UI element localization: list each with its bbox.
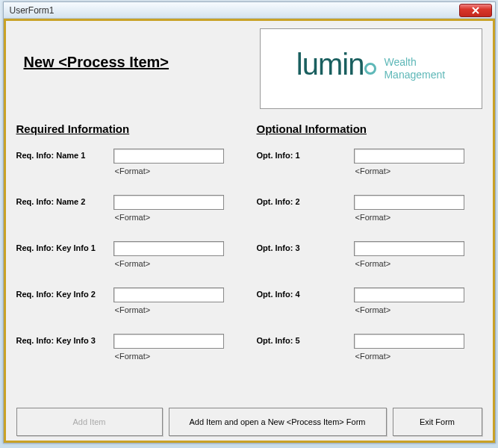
opt-input-3[interactable] [354,241,464,256]
req-input-4[interactable] [113,287,224,302]
logo-word: lumin [296,48,364,81]
req-input-wrap-5: <Format> [113,334,242,361]
opt-label-3: Opt. Info: 3 [257,241,354,252]
req-label-5: Req. Info: Key Info 3 [16,334,113,345]
opt-input-wrap-1: <Format> [354,149,482,175]
opt-input-wrap-4: <Format> [354,287,482,314]
req-label-3: Req. Info: Key Info 1 [16,241,113,252]
button-row: Add Item Add Item and open a New <Proces… [16,408,482,436]
req-input-wrap-2: <Format> [113,195,242,222]
opt-hint-1: <Format> [354,167,482,175]
titlebar[interactable]: UserForm1 [4,2,495,19]
opt-field-row-3: Opt. Info: 3 <Format> [257,241,482,283]
req-label-2: Req. Info: Name 2 [16,195,113,206]
req-hint-4: <Format> [113,305,242,314]
add-item-new-form-button[interactable]: Add Item and open a New <Process Item> F… [169,408,387,436]
opt-hint-5: <Format> [354,352,482,361]
logo-dot-icon [364,63,376,75]
opt-hint-4: <Format> [354,305,482,314]
columns: Required Information Req. Info: Name 1 <… [16,122,482,380]
opt-field-row-2: Opt. Info: 2 <Format> [257,195,482,237]
opt-hint-2: <Format> [354,213,482,222]
req-input-wrap-1: <Format> [113,149,242,175]
add-item-button[interactable]: Add Item [16,408,163,436]
req-input-2[interactable] [113,195,224,210]
opt-input-2[interactable] [354,195,464,210]
req-field-row-1: Req. Info: Name 1 <Format> [16,149,242,190]
opt-label-4: Opt. Info: 4 [257,287,354,299]
opt-input-wrap-2: <Format> [354,195,482,222]
req-field-row-5: Req. Info: Key Info 3 <Format> [16,334,242,376]
required-section-title: Required Information [16,122,242,135]
opt-input-wrap-3: <Format> [354,241,482,268]
close-button[interactable] [459,4,492,17]
close-icon [472,7,479,14]
window-title: UserForm1 [10,5,55,16]
exit-form-button[interactable]: Exit Form [393,408,482,436]
req-field-row-3: Req. Info: Key Info 1 <Format> [16,241,242,283]
req-label-4: Req. Info: Key Info 2 [16,287,113,299]
req-input-wrap-4: <Format> [113,287,242,314]
logo-tagline-1: Wealth [384,56,445,69]
logo-mark: lumin [296,48,377,90]
opt-label-1: Opt. Info: 1 [257,149,354,160]
opt-label-5: Opt. Info: 5 [257,334,354,345]
req-hint-3: <Format> [113,259,242,268]
optional-section-title: Optional Information [257,122,482,135]
logo-box: lumin Wealth Management [260,28,482,109]
logo-tagline: Wealth Management [384,56,445,81]
req-label-1: Req. Info: Name 1 [16,149,113,160]
opt-field-row-1: Opt. Info: 1 <Format> [257,149,482,190]
opt-input-4[interactable] [354,287,464,302]
logo-tagline-2: Management [384,69,445,81]
req-hint-2: <Format> [113,213,242,222]
req-input-3[interactable] [113,241,224,256]
opt-hint-3: <Format> [354,259,482,268]
opt-input-5[interactable] [354,334,464,349]
opt-label-2: Opt. Info: 2 [257,195,354,206]
opt-input-wrap-5: <Format> [354,334,482,361]
window-frame: UserForm1 New <Process Item> lumin Wealt… [3,1,496,444]
page-title: New <Process Item> [24,54,169,71]
optional-column: Optional Information Opt. Info: 1 <Forma… [257,122,482,380]
req-field-row-4: Req. Info: Key Info 2 <Format> [16,287,242,329]
required-column: Required Information Req. Info: Name 1 <… [16,122,242,380]
req-hint-5: <Format> [113,352,242,361]
req-hint-1: <Format> [113,167,242,175]
req-input-5[interactable] [113,334,224,349]
opt-field-row-4: Opt. Info: 4 <Format> [257,287,482,329]
req-input-1[interactable] [113,149,224,164]
opt-input-1[interactable] [354,149,464,164]
req-input-wrap-3: <Format> [113,241,242,268]
opt-field-row-5: Opt. Info: 5 <Format> [257,334,482,376]
form-body: New <Process Item> lumin Wealth Manageme… [4,19,495,443]
req-field-row-2: Req. Info: Name 2 <Format> [16,195,242,237]
header-row: New <Process Item> lumin Wealth Manageme… [16,28,482,109]
